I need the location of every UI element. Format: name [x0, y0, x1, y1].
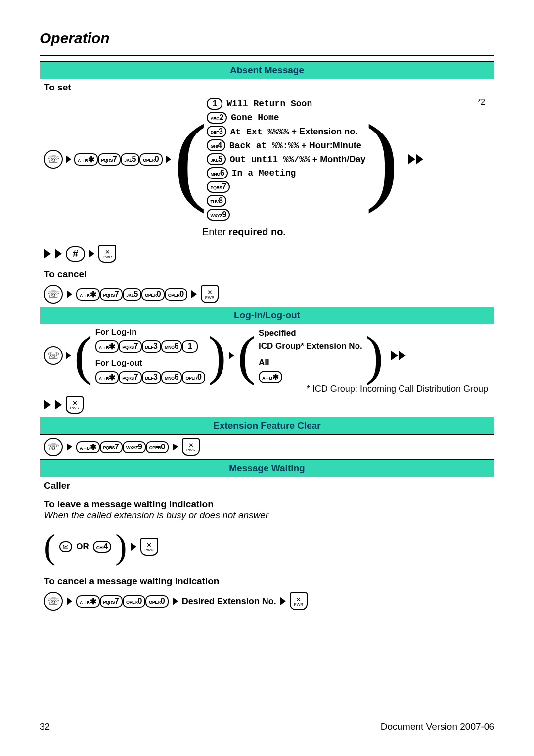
- arrow-icon: [44, 249, 51, 259]
- title-rule: [40, 55, 494, 56]
- all-label: All: [259, 358, 362, 368]
- envelope-icon: ✉: [59, 541, 72, 552]
- brace-close-icon: ): [115, 530, 127, 564]
- arrow-icon: [55, 400, 62, 410]
- offhook-icon: ☏: [44, 285, 63, 304]
- specified-label: Specified: [259, 328, 362, 338]
- brace-open-icon: (: [74, 328, 92, 383]
- ghi4-key: GHI4: [93, 541, 111, 553]
- arrow-icon: [173, 443, 178, 451]
- mw-cancel-key-sequence: A→B✱ PQRS7 OPER0 OPER0: [76, 595, 169, 608]
- offhook-icon: ☏: [44, 346, 63, 365]
- arrow-icon: [229, 352, 234, 359]
- login-logout-header: Log-in/Log-out: [40, 307, 494, 324]
- arrow-icon: [399, 351, 406, 360]
- mw-cell: Caller To leave a message waiting indica…: [40, 477, 494, 614]
- power-icon: PWR: [182, 438, 200, 456]
- brace-open-icon: (: [44, 530, 55, 564]
- arrow-icon: [416, 154, 423, 164]
- arrow-icon: [166, 155, 171, 163]
- doc-version: Document Version 2007-06: [381, 721, 494, 732]
- efc-cell: ☏ A→B✱ PQRS7 WXYZ9 OPER0 PWR: [40, 435, 494, 460]
- brace-close-icon: ): [208, 328, 226, 383]
- or-label: OR: [76, 542, 89, 552]
- brace-open-icon: (: [174, 120, 207, 199]
- arrow-icon: [391, 351, 398, 360]
- arrow-icon: [67, 443, 72, 451]
- to-cancel-label: To cancel: [44, 269, 490, 280]
- arrow-icon: [131, 543, 136, 551]
- arrow-icon: [173, 597, 178, 605]
- arrow-icon: [89, 250, 94, 258]
- arrow-icon: [67, 290, 72, 298]
- login-key-sequence: A→B✱ PQRS7 DEF3 MNO6 1: [95, 340, 205, 353]
- power-icon: PWR: [66, 396, 84, 414]
- absent-to-cancel-cell: To cancel ☏ A→B✱ PQRS7 JKL5 OPER0 OPER0 …: [40, 266, 494, 307]
- to-set-label: To set: [44, 82, 490, 93]
- arrow-icon: [408, 154, 415, 164]
- star2-note: *2: [478, 98, 485, 107]
- leave-subtitle: When the called extension is busy or doe…: [44, 510, 490, 521]
- caller-label: Caller: [44, 480, 490, 491]
- operation-table: Absent Message To set ☏ A→B✱ PQRS7 JKL5 …: [40, 61, 494, 614]
- for-logout-label: For Log-out: [95, 358, 205, 368]
- star-key: A→B✱: [259, 371, 282, 383]
- arrow-icon: [55, 249, 62, 259]
- icd-footnote: * ICD Group: Incoming Call Distribution …: [44, 384, 490, 394]
- absent-message-header: Absent Message: [40, 62, 494, 79]
- arrow-icon: [44, 400, 51, 410]
- hash-key: #: [66, 246, 85, 262]
- page-title: Operation: [40, 30, 494, 46]
- absent-options-list: 1Will Return Soon ABC2Gone Home DEF3At E…: [207, 98, 365, 221]
- mw-header: Message Waiting: [40, 460, 494, 477]
- power-icon: PWR: [98, 245, 116, 263]
- power-icon: PWR: [201, 285, 219, 303]
- arrow-icon: [191, 290, 197, 298]
- brace-close-icon: ): [365, 328, 384, 383]
- brace-open-icon: (: [237, 328, 256, 383]
- login-cell: ☏ ( For Log-in A→B✱ PQRS7 DEF3 MNO6 1 Fo…: [40, 324, 494, 417]
- arrow-icon: [280, 597, 286, 605]
- logout-key-sequence: A→B✱ PQRS7 DEF3 MNO6 OPER0: [95, 371, 205, 384]
- absent-to-set-cell: To set ☏ A→B✱ PQRS7 JKL5 OPER0 *2 ( 1: [40, 79, 494, 266]
- brace-close-icon: ): [365, 120, 399, 199]
- icd-group-ext-label: ICD Group* Extension No.: [259, 341, 362, 351]
- key-sequence-star750: A→B✱ PQRS7 JKL5 OPER0: [74, 153, 163, 166]
- offhook-icon: ☏: [44, 150, 63, 169]
- for-login-label: For Log-in: [95, 327, 205, 337]
- leave-title: To leave a message waiting indication: [44, 499, 490, 510]
- offhook-icon: ☏: [44, 438, 63, 456]
- desired-ext-label: Desired Extension No.: [182, 596, 276, 607]
- key-sequence-star7500: A→B✱ PQRS7 JKL5 OPER0 OPER0: [76, 288, 187, 301]
- arrow-icon: [66, 352, 71, 359]
- efc-key-sequence: A→B✱ PQRS7 WXYZ9 OPER0: [76, 441, 169, 453]
- power-icon: PWR: [140, 538, 158, 556]
- efc-header: Extension Feature Clear: [40, 417, 494, 435]
- page-number: 32: [40, 721, 50, 732]
- enter-required-caption: Enter required no.: [202, 226, 490, 238]
- cancel-title: To cancel a message waiting indication: [44, 576, 490, 587]
- arrow-icon: [66, 155, 71, 163]
- arrow-icon: [67, 597, 72, 605]
- page-footer: 32 Document Version 2007-06: [40, 721, 494, 732]
- offhook-icon: ☏: [44, 592, 63, 611]
- power-icon: PWR: [290, 592, 308, 610]
